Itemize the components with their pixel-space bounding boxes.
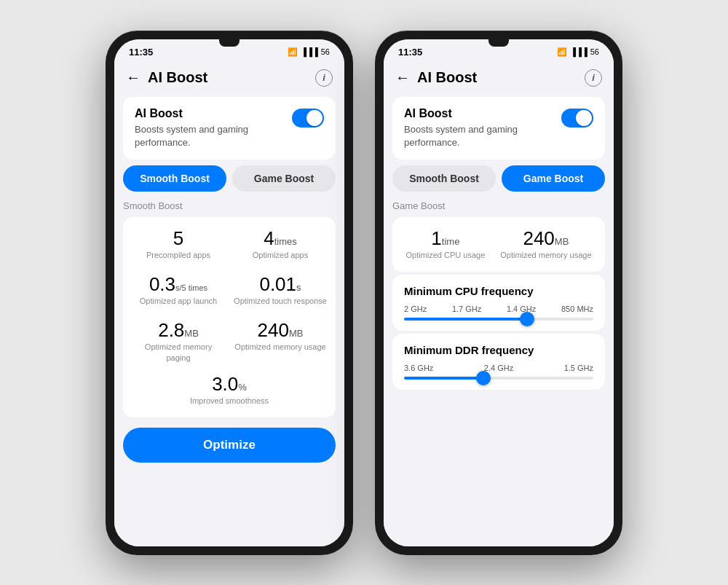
game-stat-row: 1time Optimized CPU usage 240MB Optimize… (398, 226, 599, 263)
cpu-freq-title: Minimum CPU frequency (404, 285, 593, 297)
game-stat-val-0: 1time (405, 229, 485, 248)
game-stat-lbl-1: Optimized memory usage (500, 250, 591, 260)
screen-content-left: ← AI Boost i AI Boost Boosts system and … (114, 60, 344, 546)
phone-right: 11:35 📶 ▐▐▐ 56 ← AI Boost i (375, 31, 622, 555)
cpu-freq-slider-fill (404, 318, 527, 321)
stat-lbl-4: Optimized memory paging (132, 342, 225, 363)
ai-boost-desc-left: Boosts system and gaming performance. (135, 123, 292, 149)
ddr-freq-labels: 3.6 GHz 2.4 GHz 1.5 GHz (404, 364, 593, 372)
game-stats-card-right: 1time Optimized CPU usage 240MB Optimize… (392, 217, 605, 272)
cpu-freq-slider-thumb[interactable] (520, 312, 534, 326)
ai-boost-card-right: AI Boost Boosts system and gaming perfor… (392, 97, 605, 160)
section-label-right: Game Boost (384, 197, 614, 214)
cpu-freq-labels: 2 GHz 1.7 GHz 1.4 GHz 850 MHz (404, 305, 593, 313)
back-button-left[interactable]: ← (126, 69, 141, 86)
stat-touch-response: 0.01s Optimized touch response (231, 272, 330, 309)
info-button-right[interactable]: i (585, 69, 602, 87)
ai-boost-toggle-left[interactable] (292, 109, 324, 127)
status-bar-left: 11:35 📶 ▐▐▐ 56 (114, 39, 344, 60)
cpu-freq-lbl-2: 1.4 GHz (507, 305, 536, 313)
game-stat-val-1: 240MB (500, 229, 591, 248)
notch-right (488, 39, 509, 47)
battery-icon-r: 56 (590, 47, 599, 56)
stat-val-5: 240MB (234, 321, 327, 339)
tab-row-right: Smooth Boost Game Boost (392, 165, 605, 192)
cpu-freq-card: Minimum CPU frequency 2 GHz 1.7 GHz 1.4 … (392, 275, 605, 331)
stat-val-2: 0.3s/5 times (132, 275, 225, 294)
cpu-freq-lbl-0: 2 GHz (404, 305, 427, 313)
ai-boost-toggle-right[interactable] (561, 109, 593, 127)
signal-icon-r: ▐▐▐ (570, 47, 587, 56)
header-left: ← AI Boost i (114, 60, 344, 93)
game-stat-cpu: 1time Optimized CPU usage (400, 226, 491, 263)
notch-left (219, 39, 240, 47)
stat-val-4: 2.8MB (132, 321, 225, 339)
ddr-freq-title: Minimum DDR frequency (404, 344, 593, 356)
info-button-left[interactable]: i (315, 69, 333, 87)
ddr-freq-slider-thumb[interactable] (476, 371, 491, 385)
info-icon-label-r: i (592, 72, 595, 83)
stat-val-0: 5 (132, 229, 225, 248)
status-bar-right: 11:35 📶 ▐▐▐ 56 (384, 39, 614, 60)
page-title-left: AI Boost (148, 69, 315, 86)
stat-val-6: 3.0% (132, 374, 327, 393)
signal-icon: ▐▐▐ (301, 47, 317, 56)
screen-content-right: ← AI Boost i AI Boost Boosts system and … (384, 60, 614, 546)
back-button-right[interactable]: ← (395, 69, 410, 86)
stat-lbl-3: Optimized touch response (234, 296, 327, 306)
ddr-freq-lbl-0: 3.6 GHz (404, 364, 433, 372)
header-right: ← AI Boost i (384, 60, 614, 93)
cpu-freq-lbl-3: 850 MHz (561, 305, 593, 313)
ai-boost-desc-right: Boosts system and gaming performance. (404, 123, 561, 149)
status-time-right: 11:35 (398, 47, 422, 58)
game-stat-memory: 240MB Optimized memory usage (494, 226, 597, 263)
cpu-freq-slider-track[interactable] (404, 318, 593, 321)
tab-game-boost-left[interactable]: Game Boost (232, 165, 336, 192)
status-icons-left: 📶 ▐▐▐ 56 (288, 47, 330, 57)
stats-card-left: 5 Precompiled apps 4times Optimized apps (123, 217, 336, 417)
ddr-freq-slider-track[interactable] (404, 377, 593, 380)
phone-left-screen: 11:35 📶 ▐▐▐ 56 ← AI Boost i (114, 39, 344, 546)
stats-grid-left: 5 Precompiled apps 4times Optimized apps (129, 226, 330, 366)
stat-lbl-6: Improved smoothness (132, 396, 327, 406)
cpu-freq-lbl-1: 1.7 GHz (452, 305, 481, 313)
info-icon-label: i (323, 72, 325, 83)
phones-container: 11:35 📶 ▐▐▐ 56 ← AI Boost i (91, 16, 637, 570)
status-time-left: 11:35 (129, 47, 153, 58)
wifi-icon-r: 📶 (557, 47, 567, 57)
stat-precompiled: 5 Precompiled apps (129, 226, 228, 263)
ai-boost-title-right: AI Boost (404, 107, 561, 120)
stat-smoothness: 3.0% Improved smoothness (129, 372, 330, 409)
ai-boost-card-left: AI Boost Boosts system and gaming perfor… (123, 97, 336, 160)
stat-lbl-1: Optimized apps (234, 250, 327, 260)
status-icons-right: 📶 ▐▐▐ 56 (557, 47, 599, 57)
phone-left: 11:35 📶 ▐▐▐ 56 ← AI Boost i (106, 31, 353, 555)
ddr-freq-slider-fill (404, 377, 483, 380)
stat-lbl-0: Precompiled apps (132, 250, 225, 260)
stat-app-launch: 0.3s/5 times Optimized app launch (129, 272, 228, 309)
ai-boost-text-right: AI Boost Boosts system and gaming perfor… (404, 107, 561, 149)
wifi-icon: 📶 (288, 47, 298, 57)
tab-row-left: Smooth Boost Game Boost (123, 165, 336, 192)
tab-smooth-boost-left[interactable]: Smooth Boost (123, 165, 226, 192)
optimize-button-left[interactable]: Optimize (123, 428, 336, 463)
tab-smooth-boost-right[interactable]: Smooth Boost (392, 165, 496, 192)
section-label-left: Smooth Boost (114, 197, 344, 214)
battery-icon: 56 (321, 47, 330, 56)
stat-lbl-5: Optimized memory usage (234, 342, 327, 352)
stat-val-1: 4times (234, 229, 327, 248)
ddr-freq-lbl-1: 2.4 GHz (484, 364, 513, 372)
tab-game-boost-right[interactable]: Game Boost (502, 165, 605, 192)
ddr-freq-lbl-2: 1.5 GHz (564, 364, 593, 372)
ai-boost-text-left: AI Boost Boosts system and gaming perfor… (135, 107, 292, 149)
stat-optimized-apps: 4times Optimized apps (231, 226, 330, 263)
stat-memory-usage: 240MB Optimized memory usage (231, 318, 330, 366)
game-stat-lbl-0: Optimized CPU usage (405, 250, 485, 260)
stat-lbl-2: Optimized app launch (132, 296, 225, 306)
ai-boost-title-left: AI Boost (135, 107, 292, 120)
phone-right-screen: 11:35 📶 ▐▐▐ 56 ← AI Boost i (384, 39, 614, 546)
stat-val-3: 0.01s (234, 275, 327, 294)
ai-boost-toggle-row-right: AI Boost Boosts system and gaming perfor… (404, 107, 593, 149)
ai-boost-toggle-row-left: AI Boost Boosts system and gaming perfor… (135, 107, 324, 149)
stat-memory-paging: 2.8MB Optimized memory paging (129, 318, 228, 366)
